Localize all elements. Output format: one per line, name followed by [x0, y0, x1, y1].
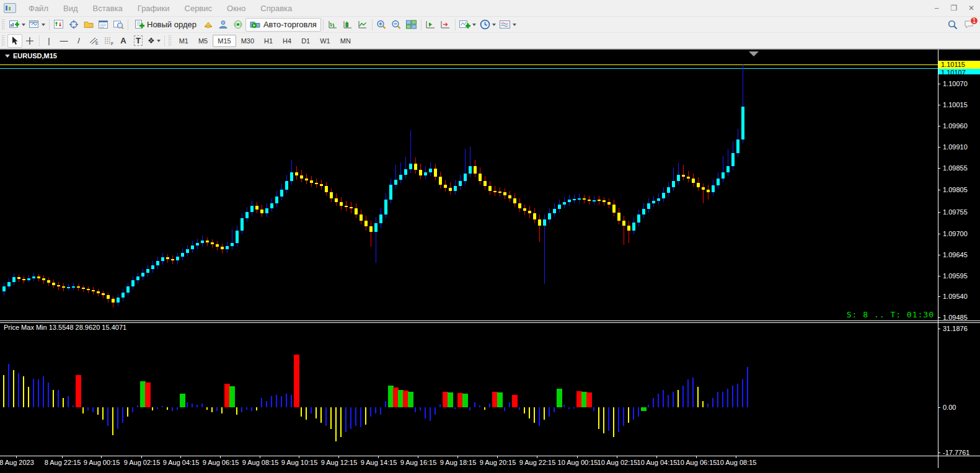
candle-body: [171, 259, 174, 260]
indicator-bar: [246, 407, 247, 410]
candle-body: [672, 181, 675, 187]
indicator-bar: [251, 407, 252, 411]
price-tick: [938, 190, 940, 190]
indicator-bar: [48, 382, 49, 407]
indicator-bar: [73, 405, 74, 407]
indicator-bar: [316, 407, 317, 418]
indicator-bar: [345, 407, 347, 432]
time-axis-label: 10 Aug 08:15: [715, 459, 758, 466]
candle-body: [538, 219, 541, 226]
indicator-bar: [534, 407, 535, 423]
candle-body: [498, 192, 501, 193]
candle-wick: [703, 183, 704, 203]
indicator-bar: [206, 407, 208, 410]
candle-body: [265, 208, 268, 213]
candle-wick: [400, 162, 401, 183]
indicator-bar: [448, 392, 453, 407]
indicator-bar: [196, 405, 198, 407]
candle-body: [117, 298, 120, 303]
indicator-bar: [137, 405, 138, 407]
candle-body: [191, 245, 194, 249]
candle-body: [186, 249, 189, 253]
candle-body: [27, 278, 30, 280]
candle-body: [384, 200, 387, 214]
indicator-bar: [112, 407, 113, 435]
candle-body: [652, 201, 655, 203]
price-axis-label: 1.10015: [943, 101, 968, 108]
time-axis-label: 9 Aug 04:15: [159, 459, 203, 466]
candle-body: [637, 214, 640, 223]
indicator-bar: [539, 407, 540, 426]
candle-wick: [371, 221, 371, 247]
indicator-bar: [420, 407, 421, 410]
indicator-bar: [563, 405, 565, 407]
candle-body: [533, 213, 536, 219]
indicator-bar: [311, 407, 312, 413]
candle-body: [642, 209, 645, 214]
indicator-bar: [439, 404, 441, 407]
indicator-bar: [360, 407, 361, 427]
indicator-bar: [187, 402, 188, 407]
candle-body: [593, 200, 596, 201]
indicator-bar: [97, 407, 99, 415]
candle-body: [741, 107, 744, 139]
indicator-bar: [554, 407, 555, 412]
chart-canvas[interactable]: 1.100701.100151.099601.099101.098551.098…: [0, 0, 980, 473]
time-tick: [141, 456, 142, 458]
time-axis-line: [0, 456, 980, 456]
time-tick: [338, 456, 339, 458]
indicator-bar: [557, 389, 562, 407]
indicator-bar: [370, 407, 371, 417]
symbol-text: EURUSD,M15: [13, 52, 57, 60]
candle-body: [474, 166, 477, 174]
time-axis-label: 9 Aug 02:15: [120, 459, 164, 466]
candle-body: [449, 188, 452, 191]
chart-symbol-label[interactable]: EURUSD,M15: [5, 52, 57, 60]
candle-body: [22, 279, 25, 280]
candle-body: [280, 190, 283, 197]
time-axis-label: 10 Aug 06:15: [675, 459, 718, 466]
candle-body: [503, 192, 506, 195]
price-tick: [938, 234, 940, 234]
price-tick: [938, 126, 940, 126]
indicator-bar: [603, 407, 604, 433]
time-tick: [617, 456, 617, 458]
price-tick: [938, 84, 940, 84]
time-axis-label: 10 Aug 02:15: [596, 459, 639, 466]
indicator-bar: [648, 405, 649, 407]
candle-body: [657, 198, 660, 201]
ask-line: [0, 64, 938, 65]
candle-body: [573, 199, 576, 200]
indicator-bar: [717, 392, 718, 407]
indicator-bar: [325, 407, 327, 426]
indicator-bar: [737, 384, 738, 407]
indicator-bar: [549, 407, 550, 417]
time-tick: [577, 456, 578, 458]
time-tick: [696, 456, 697, 458]
candle-body: [563, 202, 566, 205]
indicator-bar: [340, 407, 342, 437]
indicator-bar: [87, 407, 89, 410]
chart-shift-marker[interactable]: [749, 51, 759, 56]
indicator-bar: [291, 395, 292, 407]
candle-body: [379, 214, 382, 223]
candle-body: [677, 175, 680, 181]
indicator-bar: [127, 407, 128, 417]
indicator-bar: [469, 407, 470, 410]
time-tick: [299, 456, 299, 458]
indicator-bar: [668, 395, 669, 407]
candle-body: [17, 277, 20, 279]
candle-wick: [678, 162, 679, 185]
indicator-bar: [618, 407, 619, 432]
indicator-bar: [201, 404, 203, 407]
indicator-bar: [172, 407, 173, 411]
candle-body: [508, 195, 511, 198]
price-tick: [938, 105, 940, 105]
candle-body: [260, 210, 263, 213]
candle-wick: [232, 229, 232, 250]
indicator-bar: [628, 407, 629, 423]
indicator-bar: [727, 389, 728, 407]
chevron-down-icon: [5, 55, 10, 58]
indicator-bar: [167, 407, 168, 410]
price-tick: [938, 168, 940, 169]
